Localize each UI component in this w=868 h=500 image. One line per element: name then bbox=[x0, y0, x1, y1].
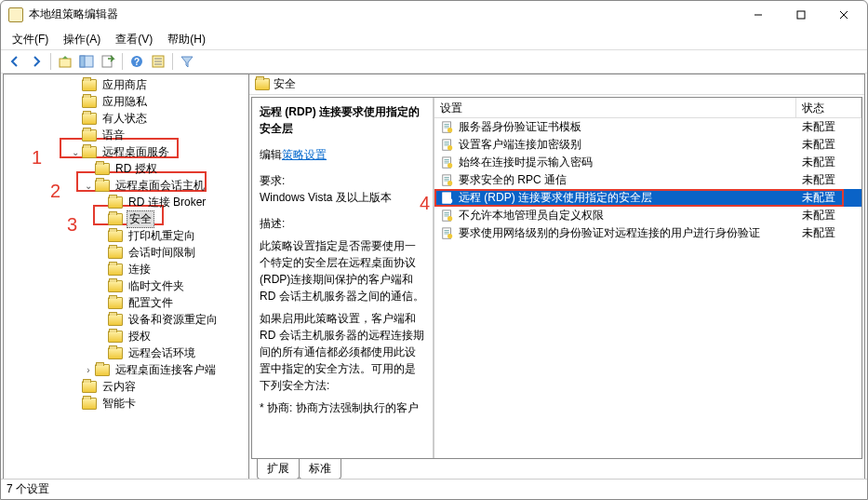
forward-button[interactable] bbox=[26, 51, 47, 72]
setting-row[interactable]: 远程 (RDP) 连接要求使用指定的安全层未配置 bbox=[434, 189, 861, 207]
folder-icon bbox=[82, 79, 97, 91]
status-text: 7 个设置 bbox=[7, 481, 49, 497]
setting-status: 未配置 bbox=[796, 172, 861, 188]
maximize-button[interactable] bbox=[780, 1, 822, 29]
setting-name: 设置客户端连接加密级别 bbox=[459, 137, 796, 153]
setting-status: 未配置 bbox=[796, 190, 861, 206]
tree-item[interactable]: ⌄远程桌面服务 bbox=[4, 143, 248, 160]
folder-icon bbox=[82, 113, 97, 125]
menu-action[interactable]: 操作(A) bbox=[56, 30, 108, 49]
menu-file[interactable]: 文件(F) bbox=[5, 30, 56, 49]
tree-item-label: 应用隐私 bbox=[100, 94, 149, 110]
folder-icon bbox=[108, 347, 123, 359]
tree-item-label: 连接 bbox=[127, 262, 153, 277]
tree-item[interactable]: ›远程桌面连接客户端 bbox=[4, 361, 248, 378]
tree-item[interactable]: 语音 bbox=[4, 127, 248, 143]
setting-row[interactable]: 服务器身份验证证书模板未配置 bbox=[434, 118, 861, 136]
tree-item[interactable]: 打印机重定向 bbox=[4, 227, 248, 244]
tree-item[interactable]: 配置文件 bbox=[4, 294, 248, 311]
statusbar: 7 个设置 bbox=[1, 479, 867, 499]
setting-status: 未配置 bbox=[796, 137, 861, 153]
edit-policy-link[interactable]: 策略设置 bbox=[282, 148, 327, 161]
setting-name: 始终在连接时提示输入密码 bbox=[459, 155, 796, 170]
desc-label: 描述: bbox=[260, 215, 425, 232]
desc-p3: * 协商: 协商方法强制执行的客户 bbox=[260, 399, 425, 416]
tree-item-label: 会话时间限制 bbox=[127, 245, 197, 261]
menu-help[interactable]: 帮助(H) bbox=[160, 30, 213, 49]
tree-item[interactable]: 应用商店 bbox=[4, 76, 248, 93]
right-pane: 安全 远程 (RDP) 连接要求使用指定的安全层 编辑策略设置 要求: Wind… bbox=[249, 74, 864, 479]
tree-item-label: 云内容 bbox=[100, 379, 138, 395]
folder-icon bbox=[95, 163, 110, 175]
back-button[interactable] bbox=[5, 51, 25, 72]
properties-button[interactable] bbox=[148, 51, 168, 72]
expand-icon[interactable]: › bbox=[82, 365, 95, 375]
tree-item[interactable]: RD 授权 bbox=[4, 160, 248, 177]
folder-icon bbox=[255, 78, 270, 90]
titlebar: 本地组策略编辑器 bbox=[1, 1, 867, 29]
tab-extended[interactable]: 扩展 bbox=[257, 459, 300, 480]
collapse-icon[interactable]: ⌄ bbox=[69, 147, 82, 157]
setting-row[interactable]: 要求使用网络级别的身份验证对远程连接的用户进行身份验证未配置 bbox=[434, 224, 861, 242]
setting-name: 要求使用网络级别的身份验证对远程连接的用户进行身份验证 bbox=[459, 225, 796, 241]
tree-item[interactable]: RD 连接 Broker bbox=[4, 194, 248, 210]
tab-standard[interactable]: 标准 bbox=[299, 459, 341, 480]
setting-row[interactable]: 不允许本地管理员自定义权限未配置 bbox=[434, 207, 861, 224]
bottom-tabs: 扩展 标准 bbox=[251, 458, 862, 479]
tree-item[interactable]: ⌄远程桌面会话主机 bbox=[4, 177, 248, 194]
svg-rect-7 bbox=[102, 56, 112, 67]
collapse-icon[interactable]: ⌄ bbox=[82, 181, 95, 191]
tree-item[interactable]: 远程会话环境 bbox=[4, 345, 248, 361]
setting-row[interactable]: 始终在连接时提示输入密码未配置 bbox=[434, 154, 861, 171]
tree-item-label: 远程会话环境 bbox=[127, 345, 197, 361]
app-icon bbox=[8, 7, 23, 22]
help-button[interactable]: ? bbox=[127, 51, 147, 72]
folder-icon bbox=[108, 331, 123, 343]
export-button[interactable] bbox=[98, 51, 118, 72]
tree-item[interactable]: 智能卡 bbox=[4, 395, 248, 412]
tree-item[interactable]: 临时文件夹 bbox=[4, 277, 248, 294]
policy-icon bbox=[440, 226, 455, 241]
minimize-button[interactable] bbox=[737, 1, 780, 29]
tree-item[interactable]: 设备和资源重定向 bbox=[4, 311, 248, 328]
list-body[interactable]: 服务器身份验证证书模板未配置设置客户端连接加密级别未配置始终在连接时提示输入密码… bbox=[434, 118, 861, 458]
folder-icon bbox=[108, 314, 123, 326]
desc-p2: 如果启用此策略设置，客户端和 RD 会话主机服务器的远程连接期间的所有通信都必须… bbox=[260, 310, 425, 394]
up-button[interactable] bbox=[55, 51, 75, 72]
tree-item[interactable]: 安全 bbox=[4, 210, 248, 227]
folder-icon bbox=[95, 364, 110, 376]
desc-heading: 远程 (RDP) 连接要求使用指定的安全层 bbox=[260, 103, 425, 137]
svg-point-18 bbox=[447, 128, 452, 132]
tree-pane[interactable]: 1 2 3 应用商店应用隐私有人状态语音⌄远程桌面服务RD 授权⌄远程桌面会话主… bbox=[4, 74, 249, 479]
tree-item-label: 应用商店 bbox=[100, 77, 149, 93]
tree-item-label: 打印机重定向 bbox=[127, 228, 197, 244]
tree-item[interactable]: 应用隐私 bbox=[4, 93, 248, 110]
tree-item[interactable]: 连接 bbox=[4, 261, 248, 277]
col-setting[interactable]: 设置 bbox=[434, 98, 796, 117]
path-header: 安全 bbox=[249, 74, 864, 95]
filter-button[interactable] bbox=[177, 51, 197, 72]
edit-line: 编辑策略设置 bbox=[260, 146, 425, 163]
tree-item[interactable]: 有人状态 bbox=[4, 110, 248, 127]
menubar: 文件(F) 操作(A) 查看(V) 帮助(H) bbox=[1, 29, 867, 49]
tree-item[interactable]: 会话时间限制 bbox=[4, 244, 248, 261]
tree-item-label: RD 授权 bbox=[114, 161, 159, 177]
tree-item[interactable]: 云内容 bbox=[4, 378, 248, 395]
tree-item-label: 授权 bbox=[127, 329, 153, 345]
col-status[interactable]: 状态 bbox=[796, 98, 861, 117]
tree-item[interactable]: 授权 bbox=[4, 328, 248, 345]
setting-row[interactable]: 设置客户端连接加密级别未配置 bbox=[434, 136, 861, 154]
description-pane: 远程 (RDP) 连接要求使用指定的安全层 编辑策略设置 要求: Windows… bbox=[252, 98, 434, 458]
svg-point-48 bbox=[447, 234, 452, 238]
folder-icon bbox=[108, 247, 123, 259]
folder-icon bbox=[82, 129, 97, 142]
show-hide-tree-button[interactable] bbox=[76, 51, 97, 72]
menu-view[interactable]: 查看(V) bbox=[108, 30, 160, 49]
req-value: Windows Vista 及以上版本 bbox=[260, 189, 425, 206]
folder-icon bbox=[108, 297, 123, 309]
setting-row[interactable]: 要求安全的 RPC 通信未配置 bbox=[434, 171, 861, 189]
close-button[interactable] bbox=[822, 1, 865, 29]
req-label: 要求: bbox=[260, 172, 425, 189]
setting-name: 服务器身份验证证书模板 bbox=[459, 119, 796, 135]
svg-rect-6 bbox=[80, 56, 85, 67]
